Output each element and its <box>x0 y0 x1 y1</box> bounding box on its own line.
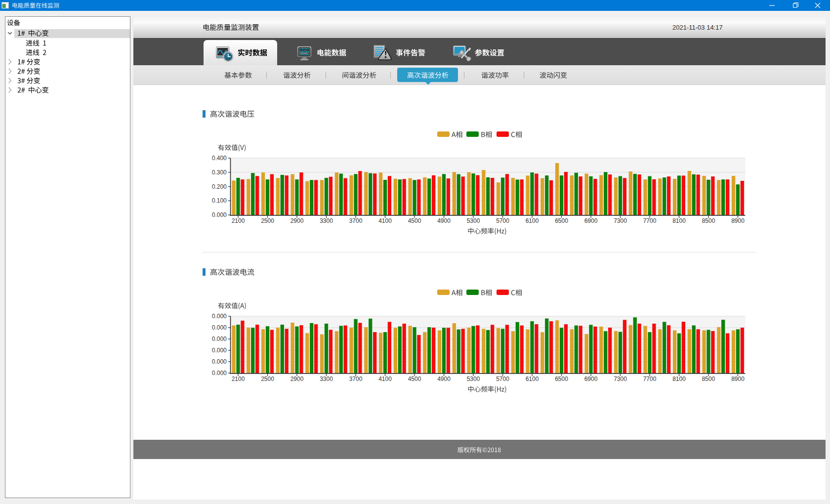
svg-text:0.000: 0.000 <box>212 358 227 365</box>
svg-text:0.000: 0.000 <box>212 313 227 320</box>
svg-text:5700: 5700 <box>496 217 509 224</box>
svg-text:4900: 4900 <box>437 376 451 382</box>
svg-text:3300: 3300 <box>320 217 333 224</box>
svg-text:5300: 5300 <box>467 376 480 382</box>
svg-text:8900: 8900 <box>731 376 745 382</box>
svg-text:2500: 2500 <box>261 217 274 224</box>
svg-text:8500: 8500 <box>702 376 715 382</box>
svg-text:0.000: 0.000 <box>212 336 227 342</box>
svg-text:6900: 6900 <box>584 376 598 382</box>
svg-text:4100: 4100 <box>378 376 392 382</box>
svg-text:0.000: 0.000 <box>212 324 227 331</box>
svg-text:0.000: 0.000 <box>212 211 227 218</box>
svg-text:7300: 7300 <box>614 217 627 224</box>
svg-text:0.200: 0.200 <box>212 183 227 190</box>
svg-text:3700: 3700 <box>349 376 363 382</box>
svg-text:8900: 8900 <box>731 217 745 224</box>
svg-text:4900: 4900 <box>437 217 451 224</box>
svg-text:4100: 4100 <box>378 217 392 224</box>
svg-text:7300: 7300 <box>614 376 627 382</box>
svg-text:0.000: 0.000 <box>212 347 227 354</box>
svg-text:2900: 2900 <box>290 376 304 382</box>
svg-text:7700: 7700 <box>643 376 657 382</box>
svg-text:7700: 7700 <box>643 217 657 224</box>
svg-text:8100: 8100 <box>672 376 686 382</box>
svg-text:6900: 6900 <box>584 217 598 224</box>
svg-text:2100: 2100 <box>232 217 245 224</box>
svg-text:0.100: 0.100 <box>212 197 227 204</box>
svg-text:2500: 2500 <box>261 376 274 382</box>
svg-text:3700: 3700 <box>349 217 363 224</box>
svg-text:5300: 5300 <box>467 217 480 224</box>
svg-text:0.400: 0.400 <box>212 155 227 162</box>
svg-text:0.000: 0.000 <box>212 370 227 377</box>
svg-text:0.300: 0.300 <box>212 169 227 176</box>
svg-text:3300: 3300 <box>320 376 333 382</box>
svg-text:6100: 6100 <box>526 376 539 382</box>
svg-text:5700: 5700 <box>496 376 509 382</box>
svg-text:6500: 6500 <box>555 217 568 224</box>
svg-text:2900: 2900 <box>290 217 304 224</box>
svg-text:2100: 2100 <box>232 376 245 382</box>
svg-text:8100: 8100 <box>672 217 686 224</box>
svg-text:8500: 8500 <box>702 217 715 224</box>
svg-text:6100: 6100 <box>526 217 539 224</box>
svg-text:6500: 6500 <box>555 376 568 382</box>
svg-text:4500: 4500 <box>408 217 421 224</box>
svg-text:4500: 4500 <box>408 376 421 382</box>
